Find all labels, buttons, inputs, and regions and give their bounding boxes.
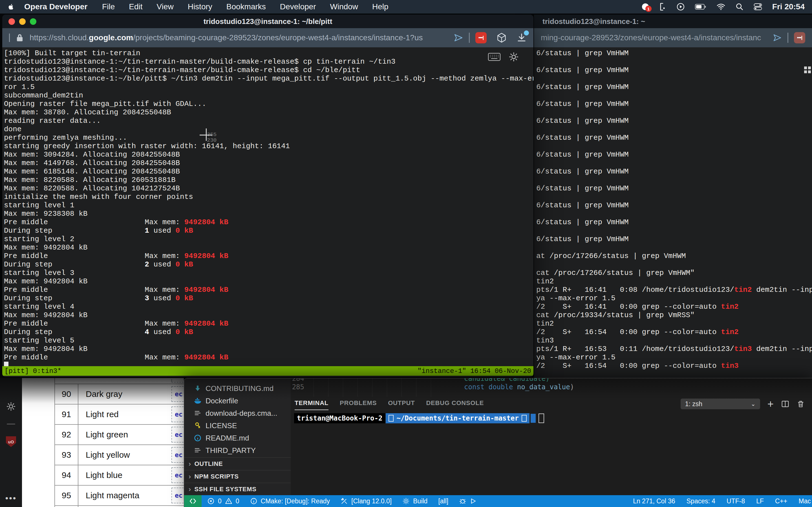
terminal-line: starting level 2 — [4, 235, 534, 243]
panel-tab-debug-console[interactable]: DEBUG CONSOLE — [426, 397, 484, 410]
status-item[interactable]: C++ — [775, 497, 787, 505]
echo-cell[interactable]: ec — [171, 427, 184, 443]
terminal-cursor — [539, 413, 544, 423]
terminal-line: cat /proc/19334/status | grep VmRSS" — [536, 311, 812, 320]
terminal-line: tridostudio123@instance-1:~/tin-terrain-… — [4, 57, 534, 66]
terminal-line — [536, 57, 812, 66]
explorer-section-outline[interactable]: ›OUTLINE — [184, 457, 291, 470]
panel-tab-output[interactable]: OUTPUT — [388, 397, 415, 410]
left-title-bar[interactable]: tridostudio123@instance-1: ~/ble/pitt — [2, 15, 534, 28]
key-icon — [194, 421, 202, 430]
ellipsis-icon[interactable]: ••• — [5, 494, 17, 503]
build-button[interactable]: Build — [413, 497, 427, 505]
keyboard-icon[interactable] — [804, 66, 812, 75]
play-circle-icon[interactable] — [676, 3, 685, 11]
lastpass-glyph: •••| — [797, 35, 802, 41]
panel-tab-terminal[interactable]: TERMINAL — [295, 397, 328, 410]
panel-tab-problems[interactable]: PROBLEMS — [340, 397, 377, 410]
explorer-file[interactable]: Dockerfile — [184, 395, 291, 407]
menu-item-file[interactable]: File — [102, 2, 115, 11]
menu-item-help[interactable]: Help — [372, 2, 389, 11]
download-icon[interactable] — [516, 33, 527, 43]
cmake-kit[interactable]: [Clang 12.0.0] — [351, 497, 392, 505]
ublock-shield-icon[interactable]: uO — [6, 436, 16, 447]
explorer-file[interactable]: LICENSE — [184, 419, 291, 432]
terminal-line: Max mem: 4149768. Allocating 2084255048B — [4, 159, 534, 167]
errors-count[interactable]: 0 — [218, 497, 221, 505]
lock-icon[interactable] — [15, 33, 24, 43]
send-icon[interactable] — [773, 33, 782, 42]
split-terminal-button[interactable] — [781, 400, 790, 408]
status-item[interactable]: UTF-8 — [726, 497, 745, 505]
build-target[interactable]: [all] — [438, 497, 448, 505]
lastpass-icon[interactable]: •••| — [475, 32, 487, 43]
control-center-icon[interactable] — [754, 3, 762, 10]
terminal-line: tin2 — [536, 277, 812, 286]
terminal-line: 6/status | grep VmHWM — [536, 49, 812, 57]
right-url-text[interactable]: ming-courage-289523/zones/europe-west4-a… — [541, 33, 767, 42]
color-name-cell: Light blue — [79, 470, 122, 480]
battery-icon[interactable] — [695, 4, 706, 10]
wifi-icon[interactable] — [716, 3, 725, 10]
status-item[interactable]: Mac — [799, 497, 811, 505]
warnings-count[interactable]: 0 — [236, 497, 239, 505]
errors-icon[interactable] — [207, 497, 214, 505]
url-text[interactable]: https://ssh.cloud.google.com/projects/be… — [30, 33, 448, 42]
terminal-line: starting level 4 — [4, 302, 534, 311]
run-play-icon[interactable] — [470, 498, 476, 504]
bracket-dot-icon[interactable] — [659, 3, 666, 11]
left-terminal[interactable]: [100%] Built target tin-terraintridostud… — [2, 47, 534, 368]
status-item[interactable]: Ln 271, Col 36 — [633, 497, 675, 505]
code-editor[interactable]: 284285candidate& candidate)const double … — [291, 378, 812, 397]
echo-cell[interactable]: ec — [171, 406, 184, 422]
cmake-status[interactable]: CMake: [Debug]: Ready — [261, 497, 330, 505]
echo-cell[interactable] — [171, 379, 184, 383]
explorer-file[interactable]: README.md — [184, 432, 291, 444]
menu-item-developer[interactable]: Developer — [280, 2, 316, 11]
explorer-file[interactable]: CONTRIBUTING.md — [184, 382, 291, 395]
menu-item-view[interactable]: View — [156, 2, 173, 11]
explorer-file[interactable]: THIRD_PARTY — [184, 444, 291, 457]
zoom-button[interactable] — [30, 18, 36, 25]
terminal-line: 6/status | grep VmHWM — [536, 218, 812, 226]
lastpass-icon[interactable]: •••| — [794, 32, 805, 43]
terminal-prompt[interactable]: tristan@MacBook-Pro-2 ~/Documents/tin-te… — [294, 413, 544, 424]
chevron-down-icon: ⌄ — [751, 400, 756, 407]
echo-cell[interactable]: ec — [171, 386, 184, 402]
menu-clock[interactable]: Fri 20:54 — [772, 2, 805, 11]
explorer-section-npm-scripts[interactable]: ›NPM SCRIPTS — [184, 470, 291, 483]
status-item[interactable]: LF — [756, 497, 764, 505]
echo-cell[interactable]: ec — [171, 467, 184, 483]
close-button[interactable] — [8, 18, 15, 25]
kill-terminal-button[interactable] — [797, 400, 805, 408]
cube-icon[interactable] — [496, 33, 507, 43]
explorer-file[interactable]: download-deps.cma... — [184, 407, 291, 419]
gear-icon[interactable] — [6, 402, 16, 411]
gear-icon[interactable] — [509, 52, 519, 62]
remote-indicator[interactable] — [184, 495, 202, 507]
echo-cell[interactable]: ec — [171, 447, 184, 463]
terminal-shell-select[interactable]: 1: zsh ⌄ — [680, 399, 760, 409]
new-terminal-button[interactable]: + — [767, 400, 774, 408]
apple-menu-icon[interactable] — [7, 3, 16, 11]
echo-cell[interactable]: ec — [171, 488, 184, 503]
keyboard-icon[interactable] — [488, 53, 501, 61]
explorer-section-ssh-file-systems[interactable]: ›SSH FILE SYSTEMS — [184, 483, 291, 496]
minimize-button[interactable] — [19, 18, 26, 25]
terminal-line — [536, 193, 812, 201]
terminal-line: Pre middle Max mem: 9492804 kB — [4, 252, 534, 260]
app-menu-title[interactable]: Opera Developer — [24, 2, 87, 11]
menu-item-bookmarks[interactable]: Bookmarks — [226, 2, 266, 11]
send-icon[interactable] — [454, 33, 463, 43]
indent-guide — [372, 378, 372, 397]
search-icon[interactable] — [735, 3, 744, 11]
right-title-bar[interactable]: tridostudio123@instance-1: ~ — [534, 15, 812, 28]
menu-item-edit[interactable]: Edit — [129, 2, 142, 11]
explorer-file-label: Dockerfile — [206, 397, 238, 405]
menu-item-window[interactable]: Window — [330, 2, 358, 11]
debug-bug-icon[interactable] — [459, 497, 466, 505]
opera-icon[interactable]: 1 — [642, 3, 649, 10]
menu-item-history[interactable]: History — [188, 2, 212, 11]
warnings-icon[interactable] — [225, 497, 232, 505]
status-item[interactable]: Spaces: 4 — [687, 497, 715, 505]
